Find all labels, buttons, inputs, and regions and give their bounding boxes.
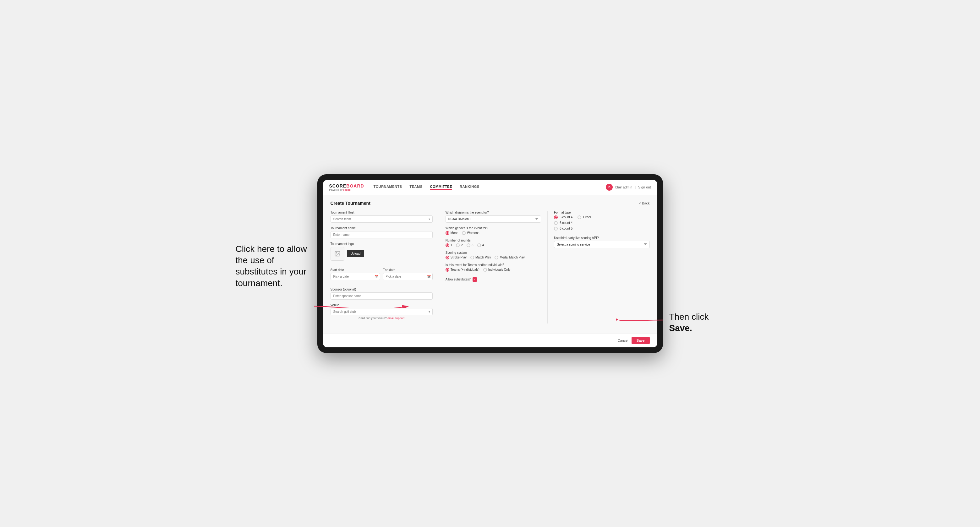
scoring-service-select[interactable]: Select a scoring service — [554, 241, 649, 248]
page-content: Create Tournament < Back Tournament Host… — [323, 195, 657, 333]
calendar-icon-end: 📅 — [427, 275, 431, 278]
individuals-only-radio[interactable] — [483, 268, 487, 271]
gender-section: Which gender is the event for? Mens Wome… — [445, 227, 541, 235]
stroke-play-option[interactable]: Stroke Play — [445, 256, 466, 259]
sponsor-label: Sponsor (optional) — [331, 288, 433, 291]
round-4-radio[interactable] — [477, 243, 481, 247]
gender-womens-option[interactable]: Womens — [462, 231, 479, 235]
form-footer: Cancel Save — [323, 333, 657, 348]
teams-individuals-option[interactable]: Teams (+Individuals) — [445, 268, 479, 271]
division-label: Which division is the event for? — [445, 211, 541, 214]
page-title: Create Tournament — [331, 201, 371, 206]
rounds-label: Number of rounds — [445, 239, 541, 242]
logo-upload-area: Upload — [331, 247, 433, 261]
calendar-icon: 📅 — [374, 275, 378, 278]
nav-item-teams[interactable]: TEAMS — [410, 185, 423, 190]
end-date-label: End date — [383, 268, 433, 271]
tournament-host-input[interactable] — [331, 216, 433, 223]
logo-title: SCOREBOARD — [329, 183, 364, 189]
start-date-group: Start date 📅 — [331, 268, 380, 280]
tournament-host-section: Tournament Host ▾ — [331, 211, 433, 223]
round-4-option[interactable]: 4 — [477, 243, 484, 247]
scoring-system-section: Scoring system Stroke Play Match Play — [445, 251, 541, 259]
cancel-button[interactable]: Cancel — [618, 338, 628, 342]
scoring-service-section: Use third-party live scoring API? Select… — [554, 236, 649, 248]
event-type-label: Is this event for Teams and/or Individua… — [445, 263, 541, 267]
save-button[interactable]: Save — [632, 337, 650, 344]
date-row: Start date 📅 End date — [331, 268, 433, 280]
page-header: Create Tournament < Back — [331, 201, 650, 206]
individuals-only-option[interactable]: Individuals Only — [483, 268, 511, 271]
format-options-group: 5 count 4 Other — [554, 216, 649, 230]
nav-item-committee[interactable]: COMMITTEE — [430, 185, 452, 190]
format-other-radio[interactable] — [578, 216, 581, 219]
stroke-play-radio[interactable] — [445, 256, 449, 259]
search-icon: ▾ — [429, 217, 430, 221]
venue-help-text: Can't find your venue? email support — [331, 317, 433, 320]
svg-point-3 — [336, 252, 337, 253]
tournament-host-label: Tournament Host — [331, 211, 433, 214]
start-date-wrap: 📅 — [331, 273, 380, 280]
sign-out-link[interactable]: Sign out — [638, 185, 651, 189]
rounds-radio-group: 1 2 3 — [445, 243, 541, 247]
tournament-logo-label: Tournament logo — [331, 242, 433, 246]
email-support-link[interactable]: email support — [387, 317, 404, 320]
end-date-wrap: 📅 — [383, 273, 433, 280]
format-6count4-radio[interactable] — [554, 221, 558, 225]
match-play-option[interactable]: Match Play — [470, 256, 491, 259]
division-section: Which division is the event for? NCAA Di… — [445, 211, 541, 223]
format-5count4-option[interactable]: 5 count 4 — [554, 216, 573, 219]
allow-substitutes-wrap: Allow substitutes? ✓ — [445, 277, 541, 282]
match-play-radio[interactable] — [470, 256, 474, 259]
format-6count5-radio[interactable] — [554, 227, 558, 230]
nav-item-rankings[interactable]: RANKINGS — [460, 185, 479, 190]
tournament-name-input[interactable] — [331, 231, 433, 238]
format-6count4-option[interactable]: 6 count 4 — [554, 221, 573, 225]
round-2-option[interactable]: 2 — [456, 243, 463, 247]
allow-substitutes-checkbox[interactable]: ✓ — [473, 277, 477, 282]
rounds-section: Number of rounds 1 2 — [445, 239, 541, 247]
scoring-system-label: Scoring system — [445, 251, 541, 254]
upload-button[interactable]: Upload — [347, 250, 364, 257]
nav-items: TOURNAMENTS TEAMS COMMITTEE RANKINGS — [374, 185, 606, 190]
gender-mens-option[interactable]: Mens — [445, 231, 458, 235]
venue-dropdown-icon: ▾ — [429, 310, 430, 313]
tournament-name-section: Tournament name — [331, 227, 433, 238]
start-date-input[interactable] — [331, 273, 380, 280]
event-type-radio-group: Teams (+Individuals) Individuals Only — [445, 268, 541, 271]
start-date-label: Start date — [331, 268, 380, 271]
end-date-input[interactable] — [383, 273, 433, 280]
medal-match-play-radio[interactable] — [495, 256, 498, 259]
format-5count4-radio[interactable] — [554, 216, 558, 219]
round-1-radio[interactable] — [445, 243, 449, 247]
back-button[interactable]: < Back — [639, 201, 650, 205]
user-name: blair admin — [615, 185, 632, 189]
end-date-group: End date 📅 — [383, 268, 433, 280]
form-col-middle: Which division is the event for? NCAA Di… — [439, 211, 541, 324]
division-select[interactable]: NCAA Division I — [445, 216, 541, 223]
format-6count5-option[interactable]: 6 count 5 — [554, 227, 573, 230]
round-1-option[interactable]: 1 — [445, 243, 452, 247]
format-type-label: Format type — [554, 211, 649, 214]
round-3-radio[interactable] — [466, 243, 470, 247]
gender-womens-radio[interactable] — [462, 231, 466, 235]
medal-match-play-option[interactable]: Medal Match Play — [495, 256, 524, 259]
format-other-option[interactable]: Other — [578, 216, 591, 219]
nav-user: B blair admin | Sign out — [606, 184, 651, 190]
allow-substitutes-section: Allow substitutes? ✓ — [445, 275, 541, 282]
avatar: B — [606, 184, 613, 190]
navigation: SCOREBOARD Powered by clippd TOURNAMENTS… — [323, 180, 657, 195]
format-type-section: Format type 5 count 4 Other — [554, 211, 649, 230]
app-logo: SCOREBOARD Powered by clippd — [329, 183, 364, 191]
gender-mens-radio[interactable] — [445, 231, 449, 235]
annotation-right: Then click Save. — [669, 311, 732, 334]
teams-individuals-radio[interactable] — [445, 268, 449, 271]
round-3-option[interactable]: 3 — [466, 243, 474, 247]
round-2-radio[interactable] — [456, 243, 460, 247]
annotation-left: Click here to allow the use of substitut… — [235, 243, 311, 289]
venue-input[interactable] — [331, 308, 433, 315]
nav-item-tournaments[interactable]: TOURNAMENTS — [374, 185, 402, 190]
gender-label: Which gender is the event for? — [445, 227, 541, 230]
tablet-screen: SCOREBOARD Powered by clippd TOURNAMENTS… — [323, 180, 657, 348]
tournament-name-label: Tournament name — [331, 227, 433, 230]
